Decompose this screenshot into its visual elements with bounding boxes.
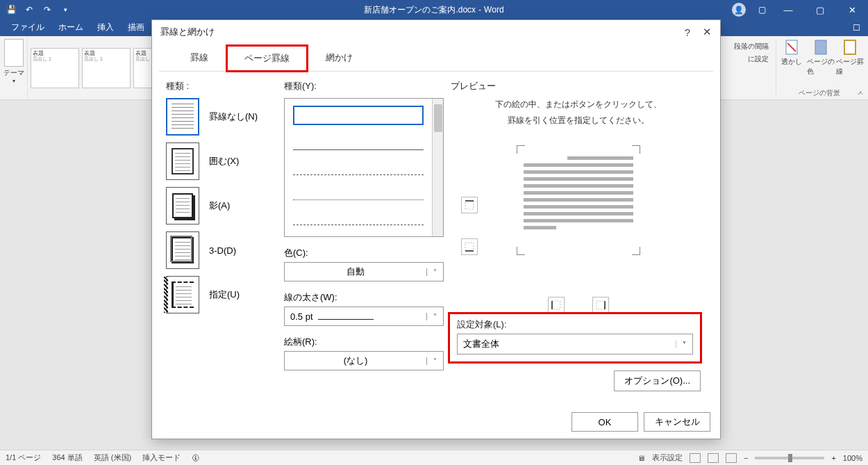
spacing-label[interactable]: 段落の間隔	[734, 42, 769, 51]
chevron-down-icon[interactable]: ˅	[676, 341, 692, 348]
tab-borders[interactable]: 罫線	[173, 45, 226, 70]
edge-bottom-button[interactable]	[461, 238, 478, 255]
style-dotted[interactable]	[293, 181, 424, 200]
redo-icon[interactable]: ↷	[40, 3, 54, 17]
tab-home[interactable]: ホーム	[51, 19, 90, 36]
dialog-title: 罫線と網かけ	[160, 26, 215, 38]
status-insert-mode[interactable]: 挿入モード	[142, 452, 181, 463]
chevron-down-icon[interactable]: ˅	[426, 268, 443, 276]
apply-to-value: 文書全体	[458, 338, 676, 350]
tab-page-border[interactable]: ページ罫線	[226, 44, 308, 72]
svg-rect-4	[465, 201, 474, 209]
svg-rect-8	[552, 301, 560, 309]
zoom-slider-thumb[interactable]	[788, 454, 792, 462]
dialog-tabs: 罫線 ページ罫線 網かけ	[159, 44, 713, 72]
setting-box[interactable]: 囲む(X)	[166, 142, 284, 180]
close-window-button[interactable]: ✕	[836, 0, 868, 19]
svg-rect-10	[596, 301, 605, 309]
ribbon-display-options-icon[interactable]: ▢	[751, 0, 772, 19]
account-avatar-icon[interactable]: 👤	[732, 3, 746, 17]
width-label: 線の太さ(W):	[284, 291, 444, 304]
cancel-button[interactable]: キャンセル	[644, 412, 710, 432]
gallery-item[interactable]: 表題見出し 1	[82, 48, 131, 88]
apply-to-combo[interactable]: 文書全体 ˅	[457, 334, 693, 354]
status-accessibility-icon[interactable]: 🛈	[192, 454, 199, 462]
setting-3d[interactable]: 3-D(D)	[166, 231, 284, 269]
setting-shadow[interactable]: 影(A)	[166, 187, 284, 225]
setting-custom-icon	[172, 282, 194, 308]
art-label: 絵柄(R):	[284, 336, 444, 348]
chevron-down-icon[interactable]: ˅	[426, 357, 443, 365]
zoom-level[interactable]: 100%	[843, 454, 862, 462]
style-dashdot[interactable]	[293, 206, 424, 225]
close-dialog-button[interactable]: ✕	[703, 26, 712, 38]
preview-canvas[interactable]	[451, 148, 706, 280]
borders-and-shading-dialog: 罫線と網かけ ? ✕ 罫線 ページ罫線 網かけ 種類 : 罫線なし(N) 囲む(…	[151, 19, 721, 439]
theme-label: テーマ	[3, 68, 24, 78]
style-dashed[interactable]	[293, 156, 424, 175]
preview-column: プレビュー 下の絵の中、またはボタンをクリックして、 罫線を引く位置を指定してく…	[444, 80, 706, 411]
save-icon[interactable]: 💾	[4, 3, 18, 17]
display-settings-label[interactable]: 表示設定	[652, 452, 683, 463]
edge-top-button[interactable]	[461, 197, 478, 213]
edge-left-button[interactable]	[548, 297, 565, 313]
tab-file[interactable]: ファイル	[4, 19, 51, 36]
setting-custom[interactable]: 指定(U)	[166, 276, 284, 313]
svg-rect-2	[815, 40, 826, 54]
share-icon[interactable]: ☐	[844, 19, 868, 36]
tab-insert[interactable]: 挿入	[90, 19, 121, 36]
zoom-out-button[interactable]: −	[744, 454, 748, 462]
qat-customize-icon[interactable]: ▾	[58, 3, 72, 17]
art-combo[interactable]: (なし) ˅	[284, 351, 444, 370]
tab-shading[interactable]: 網かけ	[308, 45, 370, 70]
setting-shadow-icon	[172, 193, 193, 218]
minimize-button[interactable]: —	[772, 0, 804, 19]
status-language[interactable]: 英語 (米国)	[94, 452, 131, 463]
edge-right-button[interactable]	[592, 297, 609, 313]
width-value: 0.5 pt	[285, 311, 426, 322]
undo-icon[interactable]: ↶	[22, 3, 36, 17]
collapse-ribbon-icon[interactable]: ㅅ	[857, 88, 864, 98]
options-button[interactable]: オプション(O)...	[614, 370, 701, 391]
style-solid[interactable]	[293, 131, 424, 150]
width-combo[interactable]: 0.5 pt ˅	[284, 307, 444, 326]
watermark-icon	[783, 39, 800, 56]
scrollbar-thumb[interactable]	[434, 104, 442, 132]
dialog-footer: OK キャンセル	[571, 412, 710, 432]
title-bar: 💾 ↶ ↷ ▾ 新店舗オープンのご案内.docx - Word 👤 ▢ — ▢ …	[0, 0, 868, 19]
print-layout-icon[interactable]	[708, 453, 719, 463]
chevron-down-icon[interactable]: ˅	[426, 313, 443, 320]
style-solid-thin[interactable]	[293, 106, 424, 125]
corner-mark-icon	[632, 145, 640, 154]
apply-to-highlight: 設定対象(L): 文書全体 ˅	[448, 312, 702, 364]
maximize-button[interactable]: ▢	[804, 0, 836, 19]
setting-label: 種類 :	[166, 80, 284, 92]
theme-thumb-icon	[4, 39, 24, 67]
svg-rect-6	[465, 243, 474, 251]
status-pages[interactable]: 1/1 ページ	[6, 452, 41, 463]
watermark-button[interactable]: 透かし	[778, 39, 806, 67]
art-value: (なし)	[285, 354, 426, 367]
web-layout-icon[interactable]	[726, 453, 737, 463]
ok-button[interactable]: OK	[571, 412, 638, 432]
page-border-button[interactable]: ページ罫線	[836, 39, 864, 76]
tab-draw[interactable]: 描画	[121, 19, 151, 36]
help-button[interactable]: ?	[685, 26, 690, 38]
preview-page[interactable]	[519, 148, 637, 252]
zoom-in-button[interactable]: +	[831, 454, 835, 462]
setting-box-icon	[172, 148, 194, 174]
gallery-item[interactable]: 表題見出し 1	[31, 48, 79, 88]
set-default-label[interactable]: に設定	[748, 54, 769, 64]
read-mode-icon[interactable]	[690, 453, 701, 463]
themes-button[interactable]: テーマ ▾	[0, 36, 28, 99]
scrollbar[interactable]	[432, 99, 443, 236]
color-combo[interactable]: 自動 ˅	[284, 262, 444, 282]
setting-none[interactable]: 罫線なし(N)	[166, 98, 284, 136]
zoom-slider[interactable]	[755, 457, 824, 459]
svg-rect-3	[844, 40, 856, 54]
display-settings-icon[interactable]: 🖥	[637, 454, 645, 462]
status-words[interactable]: 364 単語	[52, 452, 82, 463]
page-color-button[interactable]: ページの色	[807, 39, 835, 76]
style-listbox[interactable]	[284, 98, 444, 237]
doc-title: 新店舗オープンのご案内.docx	[364, 4, 476, 16]
